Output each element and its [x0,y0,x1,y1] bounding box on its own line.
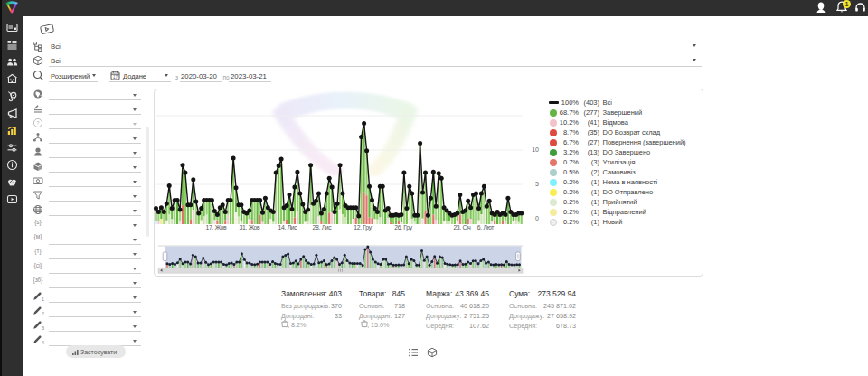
svg-text:s: s [368,325,369,328]
svg-text:28. Лис: 28. Лис [313,224,333,230]
svg-text:12. Гру: 12. Гру [354,224,373,231]
svg-text:23. Січ: 23. Січ [453,224,471,230]
svg-text:6. Лют: 6. Лют [477,224,494,230]
svg-text:14. Лис: 14. Лис [278,224,298,230]
svg-text:31. Жов: 31. Жов [240,224,261,230]
svg-text:s: s [288,325,289,328]
svg-text:?: ? [36,120,40,126]
svg-text:17: 17 [113,74,118,79]
svg-text:26. Гру: 26. Гру [394,224,413,231]
svg-text:17. Жов: 17. Жов [206,224,228,230]
